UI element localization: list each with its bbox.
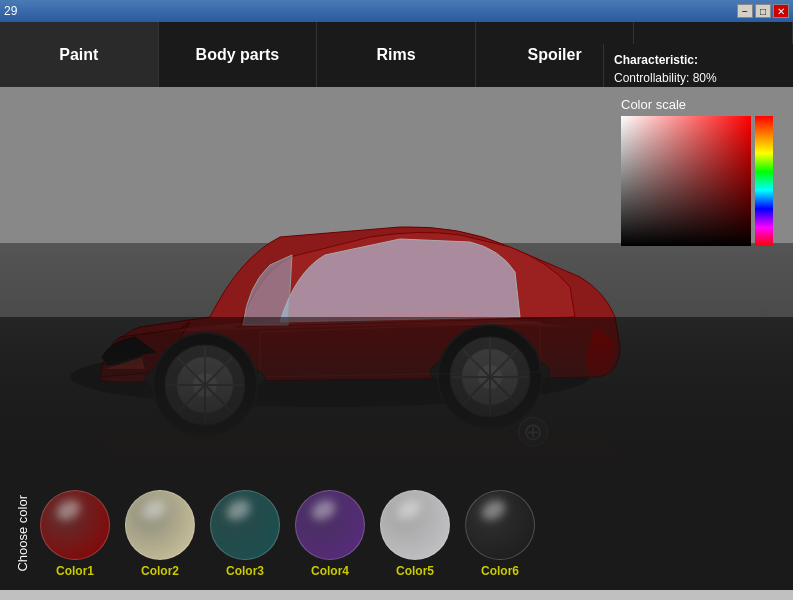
color-scale-label: Color scale <box>621 97 686 112</box>
viewport: Color scale ⊕ <box>0 87 793 477</box>
color-label-1: Color1 <box>56 564 94 578</box>
svg-point-15 <box>478 365 502 389</box>
nav-item-paint[interactable]: Paint <box>0 22 159 87</box>
svg-line-18 <box>463 350 517 404</box>
color-option-3[interactable]: Color3 <box>210 490 280 578</box>
svg-line-19 <box>463 350 517 404</box>
window-title: 29 <box>4 4 17 18</box>
gear-icon[interactable]: ⊕ <box>518 417 548 447</box>
color-option-6[interactable]: Color6 <box>465 490 535 578</box>
color-label-6: Color6 <box>481 564 519 578</box>
minimize-button[interactable]: − <box>737 4 753 18</box>
titlebar-controls[interactable]: − □ ✕ <box>737 4 789 18</box>
titlebar: 29 − □ ✕ <box>0 0 793 22</box>
color-gradient-box[interactable] <box>621 116 751 246</box>
svg-point-4 <box>153 333 257 437</box>
svg-point-2 <box>145 361 265 397</box>
color-label-2: Color2 <box>141 564 179 578</box>
color-hue-strip[interactable] <box>755 116 773 246</box>
color-sphere-2 <box>125 490 195 560</box>
color-label-5: Color5 <box>396 564 434 578</box>
color-label-3: Color3 <box>226 564 264 578</box>
svg-point-13 <box>450 337 530 417</box>
bottom-panel: Choose color Color1Color2Color3Color4Col… <box>0 477 793 590</box>
svg-point-6 <box>177 357 233 413</box>
svg-point-3 <box>430 354 550 390</box>
color-sphere-3 <box>210 490 280 560</box>
color-sphere-4 <box>295 490 365 560</box>
color-scale-panel: Color scale <box>621 97 773 246</box>
color-option-4[interactable]: Color4 <box>295 490 365 578</box>
characteristic-title: Characteristic: <box>614 53 783 67</box>
nav-item-rims[interactable]: Rims <box>317 22 476 87</box>
svg-line-10 <box>178 358 232 412</box>
svg-line-11 <box>178 358 232 412</box>
maximize-button[interactable]: □ <box>755 4 771 18</box>
svg-point-12 <box>438 325 542 429</box>
choose-color-label: Choose color <box>15 495 30 572</box>
color-scale-wrapper <box>621 116 773 246</box>
nav-item-body-parts[interactable]: Body parts <box>159 22 318 87</box>
color-options: Color1Color2Color3Color4Color5Color6 <box>40 490 535 578</box>
svg-point-7 <box>193 373 217 397</box>
titlebar-title: 29 <box>4 4 17 18</box>
color-label-4: Color4 <box>311 564 349 578</box>
color-option-1[interactable]: Color1 <box>40 490 110 578</box>
color-option-5[interactable]: Color5 <box>380 490 450 578</box>
controllability-text: Controllability: 80% <box>614 71 783 85</box>
color-sphere-5 <box>380 490 450 560</box>
svg-point-5 <box>165 345 245 425</box>
close-button[interactable]: ✕ <box>773 4 789 18</box>
color-sphere-6 <box>465 490 535 560</box>
svg-point-1 <box>70 347 590 407</box>
color-sphere-1 <box>40 490 110 560</box>
svg-point-14 <box>462 349 518 405</box>
color-option-2[interactable]: Color2 <box>125 490 195 578</box>
